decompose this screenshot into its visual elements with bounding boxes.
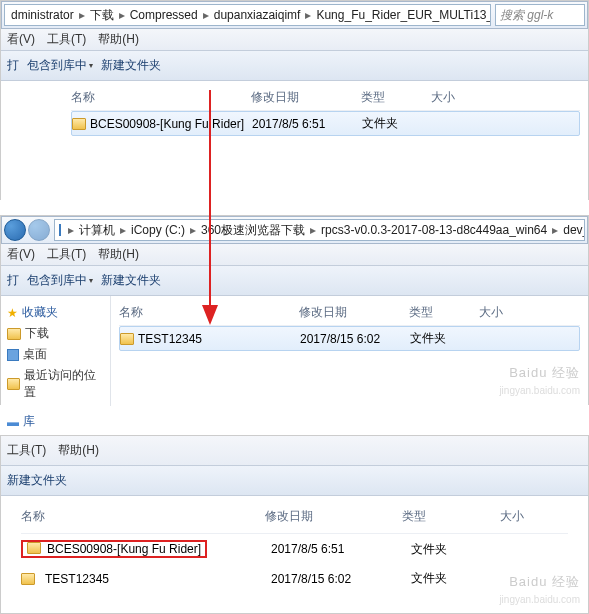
file-name: BCES00908-[Kung Fu Rider] — [47, 542, 201, 556]
breadcrumb[interactable]: dministrator▸ 下载▸ Compressed▸ dupanxiaza… — [4, 4, 491, 26]
file-type: 文件夹 — [410, 330, 480, 347]
table-row[interactable]: TEST12345 2017/8/15 6:02 文件夹 — [119, 326, 580, 351]
table-row[interactable]: BCES00908-[Kung Fu Rider] 2017/8/5 6:51 … — [71, 111, 580, 136]
crumb[interactable]: Compressed — [128, 8, 200, 22]
library-icon: ▬ — [7, 415, 19, 429]
desktop-icon — [7, 349, 19, 361]
file-name: TEST12345 — [138, 332, 202, 346]
col-size[interactable]: 大小 — [500, 508, 568, 525]
chevron-down-icon: ▾ — [89, 276, 93, 285]
table-row[interactable]: BCES00908-[Kung Fu Rider] 2017/8/5 6:51 … — [21, 534, 568, 564]
file-name: BCES00908-[Kung Fu Rider] — [90, 117, 244, 131]
sidebar-favorites[interactable]: ★收藏夹 — [5, 302, 106, 323]
search-input[interactable]: 搜索 ggl-k — [495, 4, 585, 26]
include-library-button[interactable]: 包含到库中▾ — [27, 272, 93, 289]
folder-icon — [21, 573, 35, 585]
forward-button[interactable] — [28, 219, 50, 241]
folder-icon — [120, 333, 134, 345]
toolbar: 打 包含到库中▾ 新建文件夹 — [1, 51, 588, 81]
crumb[interactable]: rpcs3-v0.0.3-2017-08-13-d8c449aa_win64 — [319, 223, 549, 237]
new-folder-button[interactable]: 新建文件夹 — [101, 272, 161, 289]
sidebar-desktop[interactable]: 桌面 — [5, 344, 106, 365]
file-type: 文件夹 — [362, 115, 432, 132]
file-date: 2017/8/5 6:51 — [252, 117, 362, 131]
menu-help[interactable]: 帮助(H) — [58, 442, 99, 459]
col-type[interactable]: 类型 — [409, 304, 479, 321]
col-name[interactable]: 名称 — [71, 89, 251, 106]
menu-help[interactable]: 帮助(H) — [98, 246, 139, 263]
open-button[interactable]: 打 — [7, 272, 19, 289]
crumb[interactable]: dev_hdd0 — [561, 223, 585, 237]
col-date[interactable]: 修改日期 — [299, 304, 409, 321]
new-folder-button[interactable]: 新建文件夹 — [7, 472, 67, 489]
star-icon: ★ — [7, 306, 18, 320]
col-date[interactable]: 修改日期 — [251, 89, 361, 106]
toolbar: 打 包含到库中▾ 新建文件夹 — [1, 266, 588, 296]
crumb[interactable]: Kung_Fu_Rider_EUR_MULTi13_PS3-3DM — [314, 8, 491, 22]
toolbar: 新建文件夹 — [1, 466, 588, 496]
crumb[interactable]: iCopy (C:) — [129, 223, 187, 237]
column-headers: 名称 修改日期 类型 大小 — [119, 300, 580, 326]
menu-bar: 看(V) 工具(T) 帮助(H) — [1, 244, 588, 266]
file-type: 文件夹 — [411, 570, 511, 587]
crumb[interactable]: 360极速浏览器下载 — [199, 222, 307, 239]
folder-icon — [27, 542, 41, 554]
chevron-right-icon: ▸ — [200, 8, 212, 22]
recent-icon — [7, 378, 20, 390]
col-type[interactable]: 类型 — [402, 508, 500, 525]
chevron-right-icon: ▸ — [65, 223, 77, 237]
menu-view[interactable]: 看(V) — [7, 246, 35, 263]
chevron-right-icon: ▸ — [116, 8, 128, 22]
col-name[interactable]: 名称 — [21, 508, 265, 525]
crumb[interactable]: dupanxiazaiqimf — [212, 8, 303, 22]
chevron-right-icon: ▸ — [307, 223, 319, 237]
menu-tools[interactable]: 工具(T) — [7, 442, 46, 459]
menu-bar: 看(V) 工具(T) 帮助(H) — [1, 29, 588, 51]
highlight-box: BCES00908-[Kung Fu Rider] — [21, 540, 207, 558]
sidebar-recent[interactable]: 最近访问的位置 — [5, 365, 106, 403]
file-date: 2017/8/15 6:02 — [271, 572, 411, 586]
address-bar: ▸ 计算机▸ iCopy (C:)▸ 360极速浏览器下载▸ rpcs3-v0.… — [1, 216, 588, 244]
col-size[interactable]: 大小 — [479, 304, 539, 321]
col-date[interactable]: 修改日期 — [265, 508, 402, 525]
crumb[interactable]: 下载 — [88, 7, 116, 24]
col-type[interactable]: 类型 — [361, 89, 431, 106]
chevron-right-icon: ▸ — [187, 223, 199, 237]
chevron-right-icon: ▸ — [117, 223, 129, 237]
menu-view[interactable]: 看(V) — [7, 31, 35, 48]
folder-icon — [7, 328, 21, 340]
menu-tools[interactable]: 工具(T) — [47, 246, 86, 263]
menu-tools[interactable]: 工具(T) — [47, 31, 86, 48]
file-date: 2017/8/5 6:51 — [271, 542, 411, 556]
breadcrumb[interactable]: ▸ 计算机▸ iCopy (C:)▸ 360极速浏览器下载▸ rpcs3-v0.… — [54, 219, 585, 241]
chevron-right-icon: ▸ — [302, 8, 314, 22]
menu-help[interactable]: 帮助(H) — [98, 31, 139, 48]
new-folder-button[interactable]: 新建文件夹 — [101, 57, 161, 74]
chevron-right-icon: ▸ — [549, 223, 561, 237]
menu-bar: 工具(T) 帮助(H) — [1, 436, 588, 466]
column-headers: 名称 修改日期 类型 大小 — [71, 85, 580, 111]
computer-icon — [59, 224, 61, 236]
chevron-right-icon: ▸ — [76, 8, 88, 22]
open-button[interactable]: 打 — [7, 57, 19, 74]
folder-icon — [72, 118, 86, 130]
sidebar-downloads[interactable]: 下载 — [5, 323, 106, 344]
address-bar: dministrator▸ 下载▸ Compressed▸ dupanxiaza… — [1, 1, 588, 29]
file-date: 2017/8/15 6:02 — [300, 332, 410, 346]
crumb[interactable]: dministrator — [9, 8, 76, 22]
column-headers: 名称 修改日期 类型 大小 — [21, 500, 568, 534]
col-name[interactable]: 名称 — [119, 304, 299, 321]
file-name: TEST12345 — [45, 572, 109, 586]
file-type: 文件夹 — [411, 541, 511, 558]
col-size[interactable]: 大小 — [431, 89, 491, 106]
sidebar: ★收藏夹 下载 桌面 最近访问的位置 ▬库 视频 图片 — [1, 296, 111, 406]
chevron-down-icon: ▾ — [89, 61, 93, 70]
back-button[interactable] — [4, 219, 26, 241]
table-row[interactable]: TEST12345 2017/8/15 6:02 文件夹 — [21, 564, 568, 593]
sidebar-libraries[interactable]: ▬库 — [5, 411, 106, 432]
include-library-button[interactable]: 包含到库中▾ — [27, 57, 93, 74]
crumb[interactable]: 计算机 — [77, 222, 117, 239]
